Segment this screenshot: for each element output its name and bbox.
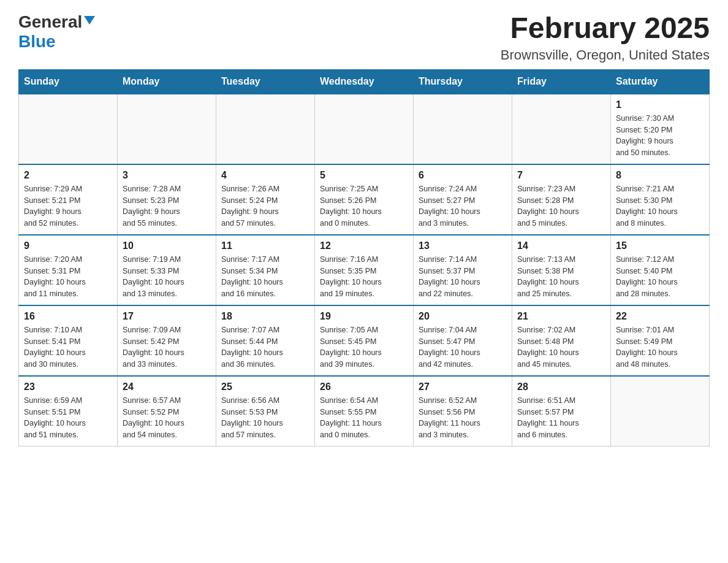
day-info: Sunrise: 6:57 AMSunset: 5:52 PMDaylight:…: [123, 395, 211, 441]
day-info: Sunrise: 7:20 AMSunset: 5:31 PMDaylight:…: [24, 254, 112, 300]
day-number: 23: [24, 381, 112, 393]
day-number: 26: [320, 381, 408, 393]
table-row: 12Sunrise: 7:16 AMSunset: 5:35 PMDayligh…: [315, 235, 414, 305]
table-row: [512, 94, 611, 164]
day-info: Sunrise: 7:13 AMSunset: 5:38 PMDaylight:…: [517, 254, 605, 300]
table-row: 9Sunrise: 7:20 AMSunset: 5:31 PMDaylight…: [19, 235, 118, 305]
table-row: 24Sunrise: 6:57 AMSunset: 5:52 PMDayligh…: [118, 376, 216, 446]
table-row: [315, 94, 414, 164]
day-number: 13: [419, 240, 507, 251]
day-number: 17: [123, 311, 211, 322]
day-number: 22: [616, 311, 704, 322]
day-number: 10: [123, 240, 211, 251]
day-number: 15: [616, 240, 704, 251]
table-row: 22Sunrise: 7:01 AMSunset: 5:49 PMDayligh…: [611, 305, 710, 376]
calendar-header-row: Sunday Monday Tuesday Wednesday Thursday…: [19, 69, 710, 94]
day-number: 6: [419, 170, 507, 181]
calendar-week-row: 9Sunrise: 7:20 AMSunset: 5:31 PMDaylight…: [19, 235, 710, 305]
calendar-week-row: 2Sunrise: 7:29 AMSunset: 5:21 PMDaylight…: [19, 164, 710, 235]
day-number: 28: [517, 381, 605, 393]
day-number: 21: [517, 311, 605, 322]
table-row: 15Sunrise: 7:12 AMSunset: 5:40 PMDayligh…: [611, 235, 710, 305]
day-info: Sunrise: 7:01 AMSunset: 5:49 PMDaylight:…: [616, 324, 704, 370]
day-info: Sunrise: 7:16 AMSunset: 5:35 PMDaylight:…: [320, 254, 408, 300]
day-info: Sunrise: 7:30 AMSunset: 5:20 PMDaylight:…: [616, 113, 704, 159]
table-row: [118, 94, 216, 164]
day-info: Sunrise: 7:07 AMSunset: 5:44 PMDaylight:…: [221, 324, 309, 370]
day-number: 7: [517, 170, 605, 181]
col-friday: Friday: [512, 69, 611, 94]
table-row: 21Sunrise: 7:02 AMSunset: 5:48 PMDayligh…: [512, 305, 611, 376]
table-row: 27Sunrise: 6:52 AMSunset: 5:56 PMDayligh…: [414, 376, 512, 446]
day-info: Sunrise: 7:05 AMSunset: 5:45 PMDaylight:…: [320, 324, 408, 370]
day-number: 5: [320, 170, 408, 181]
logo: General Blue: [18, 12, 95, 52]
day-info: Sunrise: 7:24 AMSunset: 5:27 PMDaylight:…: [419, 183, 507, 229]
table-row: 14Sunrise: 7:13 AMSunset: 5:38 PMDayligh…: [512, 235, 611, 305]
col-sunday: Sunday: [19, 69, 118, 94]
table-row: 13Sunrise: 7:14 AMSunset: 5:37 PMDayligh…: [414, 235, 512, 305]
svg-marker-0: [84, 16, 95, 25]
table-row: 25Sunrise: 6:56 AMSunset: 5:53 PMDayligh…: [216, 376, 315, 446]
table-row: 3Sunrise: 7:28 AMSunset: 5:23 PMDaylight…: [118, 164, 216, 235]
table-row: 23Sunrise: 6:59 AMSunset: 5:51 PMDayligh…: [19, 376, 118, 446]
day-info: Sunrise: 7:26 AMSunset: 5:24 PMDaylight:…: [221, 183, 309, 229]
logo-triangle-icon: [84, 16, 95, 28]
col-monday: Monday: [118, 69, 216, 94]
day-number: 11: [221, 240, 309, 251]
location-title: Brownsville, Oregon, United States: [501, 47, 710, 63]
page-header: General Blue February 2025 Brownsville, …: [18, 12, 710, 63]
table-row: 10Sunrise: 7:19 AMSunset: 5:33 PMDayligh…: [118, 235, 216, 305]
calendar-week-row: 23Sunrise: 6:59 AMSunset: 5:51 PMDayligh…: [19, 376, 710, 446]
day-number: 25: [221, 381, 309, 393]
col-saturday: Saturday: [611, 69, 710, 94]
calendar-week-row: 1Sunrise: 7:30 AMSunset: 5:20 PMDaylight…: [19, 94, 710, 164]
day-number: 24: [123, 381, 211, 393]
day-number: 19: [320, 311, 408, 322]
day-info: Sunrise: 7:09 AMSunset: 5:42 PMDaylight:…: [123, 324, 211, 370]
col-tuesday: Tuesday: [216, 69, 315, 94]
day-info: Sunrise: 7:23 AMSunset: 5:28 PMDaylight:…: [517, 183, 605, 229]
table-row: 2Sunrise: 7:29 AMSunset: 5:21 PMDaylight…: [19, 164, 118, 235]
day-number: 4: [221, 170, 309, 181]
table-row: 16Sunrise: 7:10 AMSunset: 5:41 PMDayligh…: [19, 305, 118, 376]
day-number: 27: [419, 381, 507, 393]
table-row: [216, 94, 315, 164]
day-number: 8: [616, 170, 704, 181]
day-info: Sunrise: 7:14 AMSunset: 5:37 PMDaylight:…: [419, 254, 507, 300]
day-info: Sunrise: 7:25 AMSunset: 5:26 PMDaylight:…: [320, 183, 408, 229]
month-title: February 2025: [501, 12, 710, 45]
col-wednesday: Wednesday: [315, 69, 414, 94]
day-number: 9: [24, 240, 112, 251]
calendar-table: Sunday Monday Tuesday Wednesday Thursday…: [18, 69, 710, 446]
col-thursday: Thursday: [414, 69, 512, 94]
table-row: 6Sunrise: 7:24 AMSunset: 5:27 PMDaylight…: [414, 164, 512, 235]
day-number: 2: [24, 170, 112, 181]
day-info: Sunrise: 6:51 AMSunset: 5:57 PMDaylight:…: [517, 395, 605, 441]
day-number: 14: [517, 240, 605, 251]
table-row: [611, 376, 710, 446]
logo-blue-text: Blue: [18, 32, 56, 51]
title-section: February 2025 Brownsville, Oregon, Unite…: [501, 12, 710, 63]
table-row: 18Sunrise: 7:07 AMSunset: 5:44 PMDayligh…: [216, 305, 315, 376]
day-number: 3: [123, 170, 211, 181]
table-row: [414, 94, 512, 164]
calendar-week-row: 16Sunrise: 7:10 AMSunset: 5:41 PMDayligh…: [19, 305, 710, 376]
table-row: 28Sunrise: 6:51 AMSunset: 5:57 PMDayligh…: [512, 376, 611, 446]
day-info: Sunrise: 7:21 AMSunset: 5:30 PMDaylight:…: [616, 183, 704, 229]
table-row: 20Sunrise: 7:04 AMSunset: 5:47 PMDayligh…: [414, 305, 512, 376]
day-info: Sunrise: 7:28 AMSunset: 5:23 PMDaylight:…: [123, 183, 211, 229]
table-row: 19Sunrise: 7:05 AMSunset: 5:45 PMDayligh…: [315, 305, 414, 376]
day-info: Sunrise: 7:19 AMSunset: 5:33 PMDaylight:…: [123, 254, 211, 300]
day-info: Sunrise: 7:04 AMSunset: 5:47 PMDaylight:…: [419, 324, 507, 370]
day-info: Sunrise: 7:10 AMSunset: 5:41 PMDaylight:…: [24, 324, 112, 370]
table-row: [19, 94, 118, 164]
table-row: 7Sunrise: 7:23 AMSunset: 5:28 PMDaylight…: [512, 164, 611, 235]
day-number: 18: [221, 311, 309, 322]
day-info: Sunrise: 6:52 AMSunset: 5:56 PMDaylight:…: [419, 395, 507, 441]
day-info: Sunrise: 6:56 AMSunset: 5:53 PMDaylight:…: [221, 395, 309, 441]
table-row: 26Sunrise: 6:54 AMSunset: 5:55 PMDayligh…: [315, 376, 414, 446]
table-row: 5Sunrise: 7:25 AMSunset: 5:26 PMDaylight…: [315, 164, 414, 235]
day-info: Sunrise: 7:17 AMSunset: 5:34 PMDaylight:…: [221, 254, 309, 300]
day-info: Sunrise: 6:59 AMSunset: 5:51 PMDaylight:…: [24, 395, 112, 441]
